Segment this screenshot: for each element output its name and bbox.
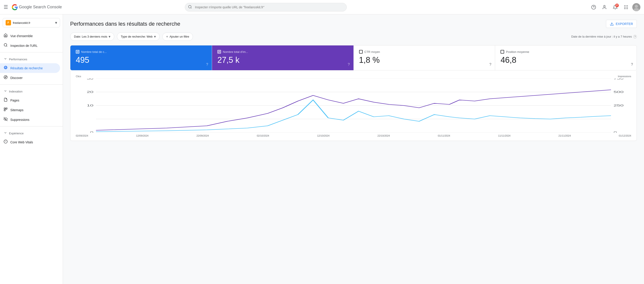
date-6: 01/11/2024 [438, 134, 450, 137]
sidebar-item-discover[interactable]: Discover [0, 73, 60, 83]
sidebar-item-overview[interactable]: Vue d'ensemble [0, 31, 60, 41]
search-bar[interactable] [185, 3, 347, 12]
date-9: 01/12/2024 [619, 134, 631, 137]
date-filter-chevron-icon: ▾ [108, 35, 110, 39]
site-name: freelancekit.fr [13, 21, 53, 25]
metric-card-position[interactable]: Position moyenne 46,8 ? [495, 46, 636, 70]
svg-point-4 [604, 5, 605, 7]
performances-header[interactable]: Performances [0, 55, 63, 63]
sidebar-cwv-label: Core Web Vitals [10, 140, 33, 144]
sidebar-item-inspection[interactable]: Inspection de l'URL [0, 41, 60, 50]
metric-position-value: 46,8 [500, 55, 631, 65]
sidebar-suppressions-label: Suppressions [10, 118, 30, 122]
export-icon [610, 22, 614, 26]
experience-label: Expérience [9, 132, 24, 135]
date-filter[interactable]: Date: Les 3 derniers mois ▾ [70, 33, 114, 41]
search-icon [188, 5, 192, 10]
metric-impressions-checkbox[interactable] [218, 50, 221, 54]
clicks-line [96, 100, 611, 132]
metric-clicks-help-icon[interactable]: ? [206, 63, 208, 67]
help-button[interactable] [589, 3, 598, 12]
metric-ctr-checkbox[interactable] [359, 50, 363, 54]
svg-text:0: 0 [614, 131, 617, 133]
sidebar-pages-label: Pages [10, 99, 19, 102]
search-type-filter[interactable]: Type de recherche: Web ▾ [117, 33, 160, 41]
experience-section: Expérience Core Web Vitals [0, 129, 63, 147]
collapse-indexation-icon [4, 89, 7, 94]
divider-2 [0, 84, 63, 85]
home-icon [4, 33, 8, 39]
metric-position-help-icon[interactable]: ? [631, 63, 633, 67]
svg-text:250: 250 [614, 104, 624, 107]
chart-right-label: Impressions [618, 75, 631, 78]
svg-text:10: 10 [87, 104, 94, 107]
metric-clicks-header: Nombre total de c... [76, 50, 206, 54]
svg-marker-20 [5, 77, 6, 78]
indexation-section: Indexation Pages [0, 87, 63, 124]
search-sidebar-icon [4, 43, 8, 48]
search-type-label: Type de recherche: Web [121, 35, 152, 38]
metric-clicks-checkbox[interactable] [76, 50, 80, 54]
site-selector[interactable]: F freelancekit.fr ▾ [3, 18, 60, 28]
sidebar-item-search-results[interactable]: Résultats de recherche [0, 63, 60, 73]
sidebar: F freelancekit.fr ▾ Vue d'ensemble [0, 15, 63, 284]
date-0: 02/09/2024 [76, 134, 88, 137]
metric-card-ctr[interactable]: CTR moyen 1,8 % ? [354, 46, 495, 70]
add-filter-button[interactable]: + Ajouter un filtre [162, 33, 193, 41]
sidebar-item-sitemaps[interactable]: Sitemaps [0, 105, 60, 115]
performances-section: Performances Résultats de recherche [0, 55, 63, 83]
collapse-icon [4, 57, 7, 62]
chart-dates: 02/09/2024 12/09/2024 22/09/2024 02/10/2… [76, 134, 631, 137]
date-7: 11/11/2024 [498, 134, 510, 137]
chart-axis-labels: Clics Impressions [76, 75, 631, 78]
site-chevron-icon: ▾ [55, 20, 57, 25]
export-button[interactable]: EXPORTER [606, 20, 637, 28]
svg-point-11 [624, 8, 625, 9]
svg-point-10 [627, 7, 628, 8]
notifications-button[interactable]: 17 [611, 3, 620, 12]
google-logo-icon [12, 4, 18, 10]
metric-position-label: Position moyenne [506, 50, 529, 54]
metric-impressions-value: 27,5 k [218, 55, 348, 65]
sidebar-inspection-label: Inspection de l'URL [10, 44, 38, 48]
search-input[interactable] [185, 3, 347, 12]
date-8: 21/11/2024 [558, 134, 571, 137]
svg-text:0: 0 [90, 131, 94, 133]
metric-impressions-header: Nombre total d'im... [218, 50, 348, 54]
svg-rect-23 [4, 110, 5, 111]
metrics-row: Nombre total de c... 495 ? Nombre total … [70, 45, 637, 71]
svg-text:30: 30 [87, 79, 94, 80]
metric-position-checkbox[interactable] [500, 50, 504, 54]
svg-line-1 [191, 8, 192, 8]
indexation-header[interactable]: Indexation [0, 87, 63, 95]
filters-bar: Date: Les 3 derniers mois ▾ Type de rech… [70, 33, 637, 41]
experience-header[interactable]: Expérience [0, 129, 63, 137]
notification-badge: 17 [615, 4, 619, 7]
date-1: 12/09/2024 [136, 134, 148, 137]
page-title: Performances dans les résultats de reche… [70, 21, 180, 27]
plus-icon: + [166, 35, 168, 39]
metric-ctr-help-icon[interactable]: ? [489, 63, 491, 67]
sidebar-item-pages[interactable]: Pages [0, 95, 60, 105]
pages-icon [4, 98, 8, 103]
sidebar-item-suppressions[interactable]: Suppressions [0, 115, 60, 124]
search-type-chevron-icon: ▾ [154, 35, 156, 39]
main-area: F freelancekit.fr ▾ Vue d'ensemble [0, 15, 644, 284]
topbar: ☰ Google Search Console [0, 0, 644, 15]
account-button[interactable] [600, 3, 609, 12]
apps-button[interactable] [622, 3, 630, 12]
svg-point-5 [624, 5, 625, 6]
metric-position-header: Position moyenne [500, 50, 631, 54]
date-4: 12/10/2024 [317, 134, 330, 137]
last-update-help-icon[interactable]: ? [633, 35, 637, 39]
metric-card-clicks[interactable]: Nombre total de c... 495 ? [70, 46, 212, 70]
metric-impressions-help-icon[interactable]: ? [348, 63, 350, 67]
metric-ctr-label: CTR moyen [364, 50, 380, 54]
svg-point-15 [635, 5, 638, 8]
sidebar-item-core-web-vitals[interactable]: Core Web Vitals [0, 137, 60, 147]
avatar[interactable] [632, 3, 640, 11]
impressions-line [96, 90, 611, 130]
menu-button[interactable]: ☰ [4, 4, 8, 10]
metric-card-impressions[interactable]: Nombre total d'im... 27,5 k ? [212, 46, 354, 70]
svg-rect-21 [4, 108, 5, 109]
